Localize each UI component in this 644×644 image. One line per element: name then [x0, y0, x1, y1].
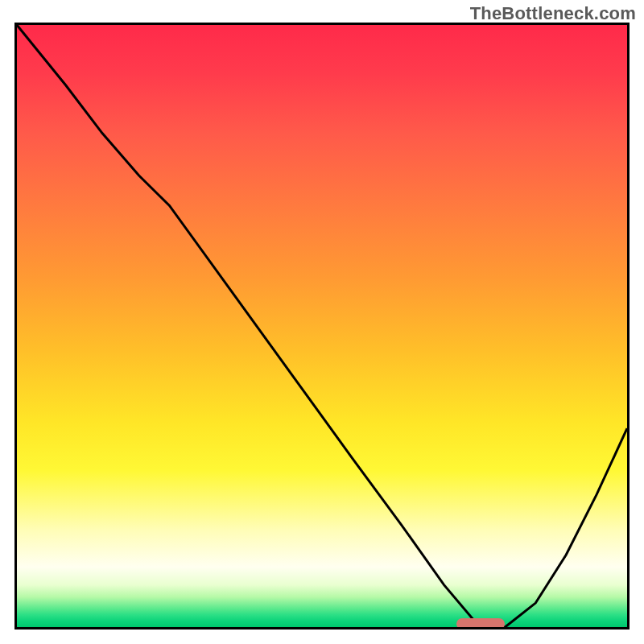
plot-border — [14, 23, 630, 630]
curve-path — [17, 25, 627, 627]
bottleneck-curve — [17, 25, 627, 627]
watermark-label: TheBottleneck.com — [470, 3, 636, 24]
optimal-range-marker — [456, 618, 506, 627]
plot-area — [17, 25, 627, 627]
chart-container: TheBottleneck.com — [0, 0, 644, 644]
